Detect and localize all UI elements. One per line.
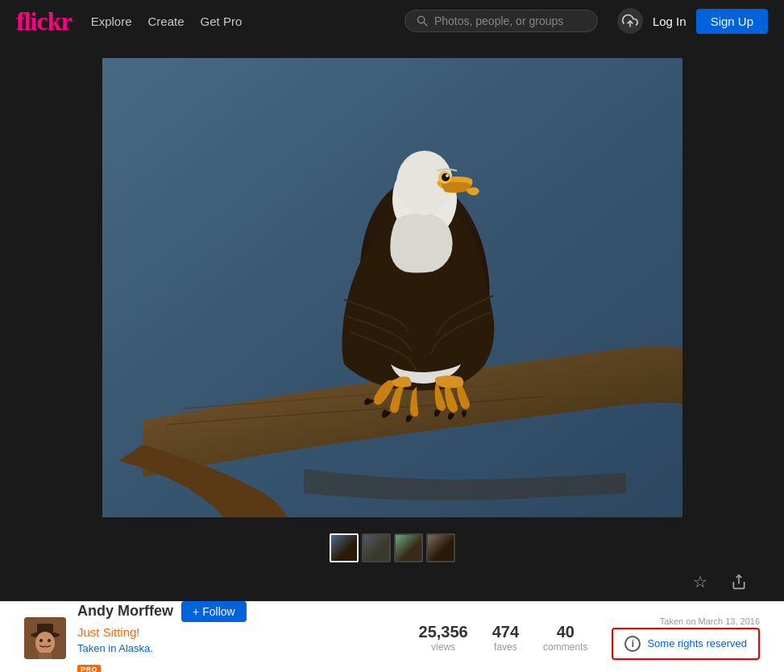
faves-count: 474	[492, 623, 519, 641]
license-box[interactable]: i Some rights reserved	[612, 628, 760, 660]
bottom-bar: Andy Morffew + Follow Just Sitting! Take…	[0, 601, 784, 672]
photo-container	[0, 42, 784, 525]
comments-count: 40	[543, 623, 587, 641]
svg-line-1	[424, 23, 427, 26]
taken-info: Taken on March 13, 2016	[660, 616, 760, 626]
stat-faves: 474 faves	[492, 623, 519, 653]
share-button[interactable]	[726, 569, 752, 595]
photo-title: Just Sitting!	[77, 625, 247, 639]
license-wrapper: Taken on March 13, 2016 i Some rights re…	[612, 616, 760, 660]
faves-label: faves	[492, 641, 519, 653]
svg-point-9	[442, 173, 450, 181]
follow-plus: +	[193, 605, 199, 618]
nav-create[interactable]: Create	[148, 15, 185, 28]
nav-explore[interactable]: Explore	[91, 15, 132, 28]
avatar[interactable]	[24, 617, 66, 659]
photo-location[interactable]: Taken in Alaska.	[77, 642, 247, 654]
favorite-button[interactable]: ☆	[687, 569, 713, 595]
svg-rect-18	[39, 653, 52, 659]
pro-badge: PRO	[77, 665, 101, 673]
navbar: flickr Explore Create Get Pro Log In Sig…	[0, 0, 784, 42]
license-text: Some rights reserved	[647, 637, 747, 649]
thumbnail-strip	[0, 525, 784, 569]
login-button[interactable]: Log In	[653, 15, 687, 28]
user-section: Andy Morffew + Follow Just Sitting! Take…	[24, 601, 282, 673]
views-count: 25,356	[419, 623, 468, 641]
thumbnail-1[interactable]	[330, 533, 359, 562]
svg-point-10	[446, 174, 449, 177]
comments-label: comments	[543, 641, 587, 653]
upload-button[interactable]	[617, 8, 643, 34]
search-icon	[417, 15, 428, 27]
search-bar	[404, 10, 598, 32]
stat-views: 25,356 views	[419, 623, 468, 653]
thumbnail-2[interactable]	[362, 533, 391, 562]
views-label: views	[419, 641, 468, 653]
svg-point-0	[417, 16, 424, 23]
license-section: Taken on March 13, 2016 i Some rights re…	[612, 616, 760, 660]
thumbnail-3[interactable]	[394, 533, 423, 562]
action-strip: ☆	[0, 569, 784, 601]
user-info: Andy Morffew + Follow Just Sitting! Take…	[77, 601, 247, 673]
nav-links: Explore Create Get Pro	[91, 15, 243, 28]
license-icon: i	[624, 636, 641, 652]
stat-comments: 40 comments	[543, 623, 587, 653]
search-input[interactable]	[434, 15, 586, 27]
avatar-image	[24, 617, 66, 659]
svg-point-15	[35, 632, 55, 654]
flickr-logo[interactable]: flickr	[16, 6, 72, 36]
logo-text: flickr	[16, 6, 72, 35]
signup-button[interactable]: Sign Up	[696, 9, 768, 34]
location-text: Taken in Alaska.	[77, 642, 153, 654]
svg-point-17	[48, 639, 51, 642]
follow-label: Follow	[202, 605, 234, 618]
follow-button[interactable]: + Follow	[181, 601, 247, 622]
thumbnail-4[interactable]	[426, 533, 455, 562]
stats-section: 25,356 views 474 faves 40 comments	[419, 623, 588, 653]
photo-image	[102, 58, 682, 517]
svg-point-16	[39, 639, 43, 642]
user-name: Andy Morffew	[77, 603, 173, 620]
main-photo[interactable]	[102, 58, 682, 517]
nav-get-pro[interactable]: Get Pro	[201, 15, 243, 28]
nav-actions: Log In Sign Up	[617, 8, 768, 34]
user-name-row: Andy Morffew + Follow	[77, 601, 247, 622]
